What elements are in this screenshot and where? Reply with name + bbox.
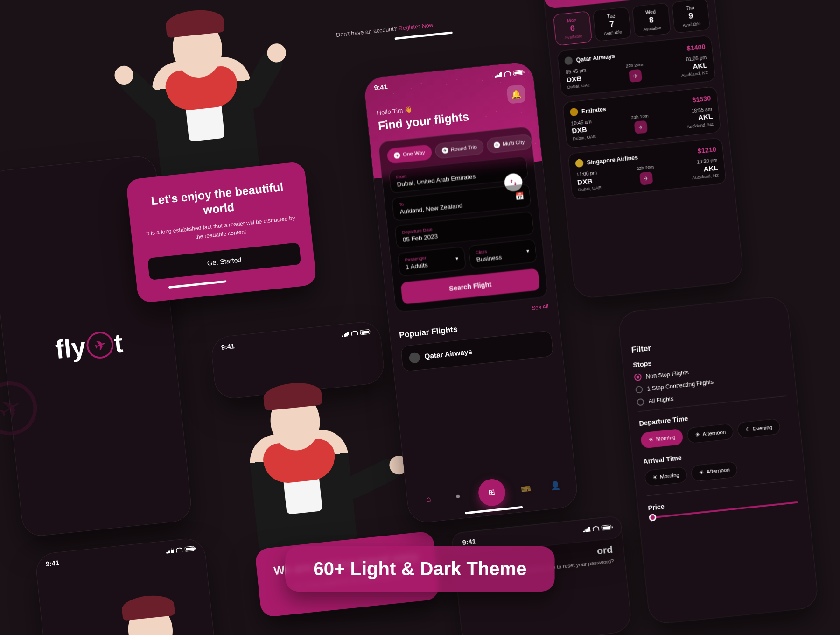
airline-logo-icon: [409, 352, 420, 364]
sun-icon: ☀: [652, 474, 658, 481]
popular-airline-name: Qatar Airways: [424, 348, 473, 361]
airline-name: Emirates: [581, 106, 606, 115]
status-time: 9:41: [45, 559, 59, 568]
plane-icon: ✈: [629, 69, 643, 83]
date-tab[interactable]: Tue 7 Available: [592, 7, 631, 42]
time-chip-morning[interactable]: ☀Morning: [644, 466, 688, 487]
notifications-button[interactable]: 🔔: [506, 85, 526, 104]
chevron-down-icon: ▼: [455, 256, 460, 261]
chip-label: Afternoon: [706, 466, 730, 475]
register-prompt-row: Don't have an account? Register Now: [317, 20, 453, 51]
battery-icon: [601, 525, 611, 531]
status-time: 9:41: [462, 537, 476, 546]
battery-icon: [360, 329, 370, 335]
class-field[interactable]: Class Business ▼: [468, 239, 537, 269]
moon-icon: ☾: [745, 426, 751, 433]
brand-logo: fly ✈ t: [54, 328, 124, 365]
chip-label: Morning: [660, 472, 680, 480]
flight-duration: 23h 10m: [631, 113, 649, 120]
flight-attendant-illustration: [122, 0, 282, 183]
flight-price: $1530: [692, 94, 711, 103]
plane-icon: ✈: [639, 171, 653, 185]
chip-label: Evening: [753, 424, 773, 432]
wifi-icon: [592, 526, 599, 531]
radio-icon: [637, 398, 644, 406]
flight-duration: 22h 20m: [625, 62, 643, 69]
chip-label: Morning: [656, 434, 676, 443]
airplane-icon: ✈: [393, 152, 400, 159]
sun-icon: ☀: [695, 431, 700, 438]
wifi-icon: [504, 71, 511, 77]
wifi-icon: [351, 331, 358, 336]
flight-duration: 22h 20m: [636, 164, 654, 171]
status-bar: 9:41: [210, 320, 381, 354]
price-heading: Price: [648, 488, 798, 512]
theme-count-banner: 60+ Light & Dark Theme: [286, 546, 555, 592]
nav-home[interactable]: ⌂: [419, 489, 438, 509]
radio-label: 1 Stop Connecting Flights: [647, 378, 714, 392]
register-link[interactable]: Register Now: [398, 21, 434, 32]
tab-one-way[interactable]: ✈One Way: [386, 144, 432, 164]
get-started-button[interactable]: Get Started: [147, 242, 301, 280]
nav-search[interactable]: ●: [448, 486, 468, 506]
airplane-icon: ✈: [441, 147, 448, 154]
status-time: 9:41: [221, 342, 235, 351]
calendar-icon: 📅: [515, 191, 525, 201]
airline-logo-icon: [575, 159, 584, 168]
sun-icon: ☀: [648, 437, 654, 443]
flight-price: $1210: [697, 145, 717, 155]
tab-multi-city[interactable]: ✈Multi City: [486, 134, 532, 153]
flight-result-card[interactable]: Qatar Airways $1400 05:45 pmDXBDubai, UA…: [557, 35, 716, 97]
brand-text-pre: fly: [54, 332, 87, 365]
battery-icon: [513, 70, 523, 76]
tab-round-trip[interactable]: ✈Round Trip: [434, 139, 484, 159]
register-prompt: Don't have an account?: [336, 25, 399, 38]
chip-label: Afternoon: [702, 429, 726, 437]
signal-icon: [582, 527, 590, 532]
signal-icon: [166, 548, 174, 554]
search-screen: 9:41 🔔 Hello Tim 👋 Find your flights ✈On…: [363, 61, 579, 524]
time-chip-evening[interactable]: ☾Evening: [737, 418, 781, 439]
time-chip-afternoon[interactable]: ☀Afternoon: [691, 461, 738, 482]
airline-logo-icon: [569, 107, 578, 116]
nav-tickets[interactable]: 🎫: [516, 479, 535, 499]
tab-label: Round Trip: [450, 144, 477, 153]
sun-icon: ☀: [699, 469, 704, 476]
passenger-field[interactable]: Passenger 1 Adults ▼: [397, 246, 466, 276]
status-bar: 9:41: [35, 537, 205, 572]
banner-text: 60+ Light & Dark Theme: [314, 558, 527, 579]
radio-label: Non Stop Flights: [645, 368, 689, 380]
airline-logo-icon: [564, 56, 573, 65]
time-chip-morning[interactable]: ☀Morning: [640, 428, 684, 449]
radio-icon: [635, 386, 643, 394]
nav-profile[interactable]: 👤: [545, 476, 565, 495]
brand-text-post: t: [112, 328, 124, 359]
nav-scan-center[interactable]: ⊞: [477, 478, 506, 507]
plane-icon: ✈: [634, 120, 648, 134]
airplane-icon: ✈: [493, 141, 500, 148]
date-tab[interactable]: Mon 6 Available: [553, 11, 592, 46]
home-indicator: [168, 280, 227, 289]
flight-result-card[interactable]: Emirates $1530 10:45 amDXBDubai, UAE 23h…: [562, 86, 721, 148]
radio-label: All Flights: [648, 395, 674, 405]
slider-handle[interactable]: [649, 514, 657, 522]
airline-name: Singapore Airlines: [587, 154, 638, 166]
tab-label: Multi City: [503, 139, 525, 147]
home-indicator: [394, 32, 453, 40]
date-tab[interactable]: Thu 9 Available: [671, 0, 710, 34]
flight-price: $1400: [686, 42, 706, 52]
chevron-down-icon: ▼: [525, 248, 531, 254]
time-chip-afternoon[interactable]: ☀Afternoon: [686, 423, 734, 444]
onboarding-card: Let's enjoy the beautiful world It is a …: [126, 161, 317, 303]
wifi-icon: [175, 547, 182, 553]
battery-icon: [184, 546, 195, 552]
airline-name: Qatar Airways: [576, 53, 616, 64]
flight-result-card[interactable]: Singapore Airlines $1210 11:00 pmDXBDuba…: [567, 138, 727, 200]
forgot-title-fragment: ord: [596, 544, 613, 557]
bottom-navigation: ⌂ ● ⊞ 🎫 👤: [418, 472, 565, 514]
filter-screen: Filter Stops Non Stop Flights 1 Stop Con…: [617, 295, 819, 625]
plane-logo-icon: ✈: [83, 327, 117, 362]
date-tab[interactable]: Wed 8 Available: [632, 3, 671, 38]
flight-attendant-illustration: [219, 371, 380, 556]
tab-label: One Way: [402, 149, 425, 158]
